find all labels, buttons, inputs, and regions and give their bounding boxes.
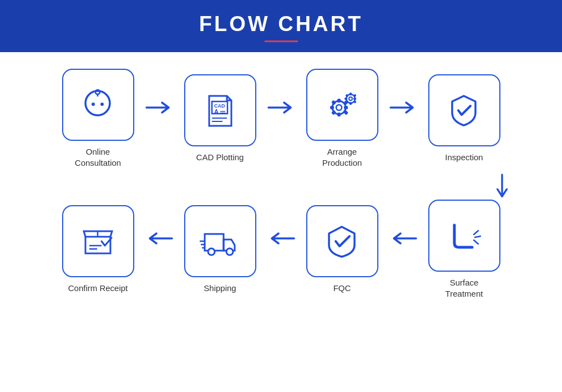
flow-row-1: OnlineConsultation CAD A — [33, 69, 529, 168]
main-content: OnlineConsultation CAD A — [0, 52, 562, 310]
page-title: FLOW CHART — [0, 12, 562, 36]
svg-text:A: A — [214, 108, 219, 115]
step-online-consultation: OnlineConsultation — [54, 69, 143, 168]
step-fqc: FQC — [298, 205, 387, 294]
fqc-icon — [321, 220, 363, 262]
icon-box-shipping — [184, 205, 256, 277]
arrow-surface-to-fqc — [387, 230, 420, 247]
svg-rect-16 — [330, 106, 334, 109]
svg-rect-17 — [344, 106, 348, 109]
svg-point-13 — [336, 105, 342, 110]
cad-plotting-icon: CAD A — [199, 89, 241, 131]
flow-row-2: Confirm Receipt — [33, 200, 529, 299]
label-arrange-production: ArrangeProduction — [322, 146, 362, 168]
svg-point-2 — [100, 103, 104, 106]
label-online-consultation: OnlineConsultation — [75, 146, 121, 168]
icon-box-arrange-production — [306, 69, 378, 141]
icon-box-online-consultation — [62, 69, 134, 141]
arrange-production-icon — [321, 84, 363, 126]
online-consultation-icon — [77, 84, 119, 126]
step-cad-plotting: CAD A CAD Plotting — [176, 74, 265, 163]
svg-line-41 — [474, 240, 478, 244]
svg-rect-18 — [331, 100, 336, 105]
icon-box-cad-plotting: CAD A — [184, 74, 256, 146]
step-confirm-receipt: Confirm Receipt — [54, 205, 143, 294]
svg-line-40 — [475, 236, 480, 237]
svg-rect-26 — [345, 98, 347, 100]
svg-line-39 — [474, 231, 478, 235]
svg-rect-14 — [337, 99, 341, 103]
step-shipping: Shipping — [176, 205, 265, 294]
svg-point-34 — [208, 248, 215, 255]
arrow-left-icon — [145, 230, 173, 247]
page-header: FLOW CHART — [0, 0, 562, 52]
arrow-left-icon — [389, 230, 417, 247]
svg-point-3 — [95, 90, 100, 94]
arrow-1-2 — [143, 99, 176, 116]
arrow-fqc-to-shipping — [265, 230, 298, 247]
svg-rect-15 — [337, 113, 341, 116]
arrow-down-icon — [494, 174, 510, 198]
label-inspection: Inspection — [445, 152, 483, 163]
surface-treatment-icon — [443, 215, 485, 257]
confirm-receipt-icon — [77, 220, 119, 262]
icon-box-inspection — [428, 74, 500, 146]
arrow-right-icon — [145, 99, 173, 116]
header-underline — [265, 40, 298, 42]
inspection-icon — [443, 89, 485, 131]
svg-point-23 — [349, 97, 352, 100]
step-arrange-production: ArrangeProduction — [298, 69, 387, 168]
arrow-down-4-8 — [33, 174, 529, 198]
arrow-3-4 — [387, 99, 420, 116]
icon-box-confirm-receipt — [62, 205, 134, 277]
label-cad-plotting: CAD Plotting — [196, 152, 244, 163]
icon-box-surface-treatment — [428, 200, 500, 272]
svg-rect-29 — [353, 94, 356, 97]
svg-rect-24 — [350, 93, 352, 95]
shipping-icon — [199, 220, 241, 262]
svg-point-35 — [226, 248, 233, 255]
svg-rect-20 — [331, 110, 336, 115]
arrow-shipping-to-confirm — [143, 230, 176, 247]
svg-point-1 — [92, 103, 95, 106]
arrow-left-icon — [267, 230, 295, 247]
arrow-right-icon — [389, 99, 417, 116]
arrow-2-3 — [265, 99, 298, 116]
svg-rect-31 — [353, 100, 356, 103]
step-inspection: Inspection — [420, 74, 509, 163]
label-shipping: Shipping — [204, 283, 236, 294]
label-confirm-receipt: Confirm Receipt — [68, 283, 128, 294]
svg-rect-25 — [350, 102, 352, 105]
svg-rect-27 — [353, 98, 356, 100]
label-fqc: FQC — [333, 283, 351, 294]
step-surface-treatment: SurfaceTreatment — [420, 200, 509, 299]
label-surface-treatment: SurfaceTreatment — [445, 277, 483, 299]
arrow-right-icon — [267, 99, 295, 116]
icon-box-fqc — [306, 205, 378, 277]
